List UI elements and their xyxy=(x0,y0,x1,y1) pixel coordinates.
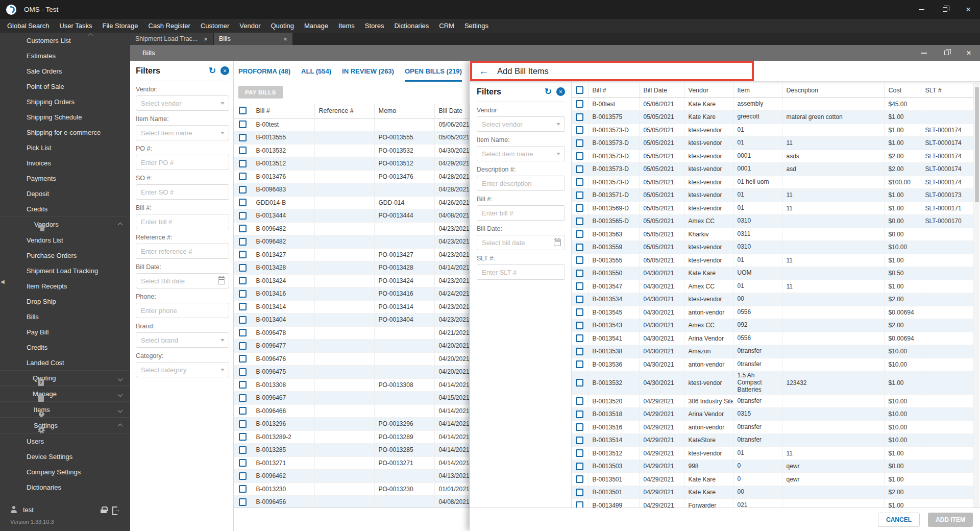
bill-number-link[interactable]: B-0013538 xyxy=(588,345,639,358)
bill-number-link[interactable]: B-0013550 xyxy=(588,267,639,280)
row-checkbox[interactable] xyxy=(576,230,583,238)
bill-number-link[interactable]: B-0013565-D xyxy=(588,215,639,228)
row-checkbox[interactable] xyxy=(576,191,583,199)
sidebar-item[interactable]: Landed Cost xyxy=(0,355,130,370)
bill-number-link[interactable]: B-0013573-D xyxy=(588,163,639,176)
menu-item[interactable]: Settings xyxy=(459,19,494,33)
bill-number-link[interactable]: B-0013563 xyxy=(588,228,639,241)
slt-number-link[interactable] xyxy=(921,241,974,254)
sidebar-collapse-icon[interactable]: ◀ xyxy=(1,279,5,284)
sidebar-item[interactable]: Pay Bill xyxy=(0,324,130,340)
slt-number-link[interactable] xyxy=(921,345,974,358)
bill-number-link[interactable]: B-0013559 xyxy=(588,241,639,254)
row-checkbox[interactable] xyxy=(239,381,247,389)
sidebar-item[interactable]: Quoting xyxy=(0,370,130,386)
sidebar-item[interactable]: Dictionaries xyxy=(0,479,130,495)
row-checkbox[interactable] xyxy=(576,218,583,225)
menu-item[interactable]: Vendor xyxy=(234,19,265,33)
row-checkbox[interactable] xyxy=(239,225,247,232)
menu-item[interactable]: User Tasks xyxy=(54,19,97,33)
filter-input[interactable] xyxy=(136,214,229,229)
slt-number-link[interactable] xyxy=(921,395,974,408)
menu-item[interactable]: Stores xyxy=(360,19,389,33)
filter-input[interactable] xyxy=(477,146,565,161)
bill-number-link[interactable]: B-0013541 xyxy=(588,332,639,345)
slt-number-link[interactable] xyxy=(921,98,974,111)
row-checkbox[interactable] xyxy=(239,173,247,180)
slt-number-link[interactable]: SLT-0000171 xyxy=(921,202,974,215)
sidebar-item[interactable]: Vendors List xyxy=(0,232,130,248)
sidebar-item[interactable]: Customers List xyxy=(0,33,130,48)
tab-close-icon[interactable]: × xyxy=(283,35,287,43)
back-arrow-icon[interactable]: ← xyxy=(479,66,489,76)
vertical-scrollbar[interactable] xyxy=(974,83,979,508)
slt-number-link[interactable] xyxy=(921,460,974,473)
row-checkbox[interactable] xyxy=(576,308,583,316)
row-checkbox[interactable] xyxy=(239,251,247,258)
row-checkbox[interactable] xyxy=(239,277,247,284)
document-tab[interactable]: Shipment Load Trac... × xyxy=(130,33,213,45)
menu-item[interactable]: CRM xyxy=(434,19,459,33)
filter-input[interactable] xyxy=(136,95,229,111)
bill-number-link[interactable]: B-0013516 xyxy=(588,421,639,434)
row-checkbox[interactable] xyxy=(576,360,583,368)
clear-filters-icon[interactable]: × xyxy=(220,66,229,75)
sidebar-item[interactable]: Drop Ship xyxy=(0,294,130,309)
row-checkbox[interactable] xyxy=(576,256,583,264)
row-checkbox[interactable] xyxy=(239,316,247,324)
slt-number-link[interactable] xyxy=(921,486,974,499)
sidebar-item[interactable]: Pick List xyxy=(0,140,130,155)
row-checkbox[interactable] xyxy=(576,152,583,160)
filter-input[interactable] xyxy=(136,273,229,288)
sidebar-item[interactable]: Settings xyxy=(0,418,130,433)
slt-number-link[interactable] xyxy=(921,421,974,434)
sidebar-item[interactable]: Sale Orders xyxy=(0,63,130,79)
slt-number-link[interactable] xyxy=(921,293,974,306)
slt-number-link[interactable] xyxy=(921,111,974,124)
row-checkbox[interactable] xyxy=(576,501,583,508)
row-checkbox[interactable] xyxy=(576,379,583,387)
sidebar-item[interactable]: Items xyxy=(0,402,130,418)
row-checkbox[interactable] xyxy=(239,238,247,246)
pay-bills-button[interactable]: PAY BILLS xyxy=(238,86,283,99)
filter-input[interactable] xyxy=(477,235,565,250)
bill-number-link[interactable]: B-0013573-D xyxy=(588,124,639,137)
row-checkbox[interactable] xyxy=(576,449,583,457)
filter-input[interactable] xyxy=(136,332,229,348)
slt-number-link[interactable]: SLT-0000174 xyxy=(921,124,974,137)
sidebar-item[interactable]: Users xyxy=(0,433,130,449)
row-checkbox[interactable] xyxy=(239,446,247,454)
row-checkbox[interactable] xyxy=(576,113,583,121)
select-all-checkbox[interactable] xyxy=(239,107,247,114)
sidebar-item[interactable]: Payments xyxy=(0,171,130,186)
minimize-button[interactable] xyxy=(910,0,933,19)
bill-number-link[interactable]: B-0013512 xyxy=(588,447,639,460)
bill-number-link[interactable]: B-0013575 xyxy=(588,111,639,124)
window-restore-button[interactable] xyxy=(935,45,958,61)
refresh-icon[interactable]: ↻ xyxy=(209,66,216,75)
row-checkbox[interactable] xyxy=(576,178,583,186)
menu-item[interactable]: Customer xyxy=(195,19,234,33)
filter-input[interactable] xyxy=(136,244,229,259)
slt-number-link[interactable] xyxy=(921,280,974,293)
scrollbar-thumb[interactable] xyxy=(975,87,979,202)
row-checkbox[interactable] xyxy=(576,139,583,147)
tab-close-icon[interactable]: × xyxy=(204,35,208,43)
close-button[interactable]: × xyxy=(957,0,980,19)
row-checkbox[interactable] xyxy=(239,433,247,441)
row-checkbox[interactable] xyxy=(576,489,583,496)
bill-number-link[interactable]: B-0013514 xyxy=(588,433,639,447)
bill-number-link[interactable]: B-0013532 xyxy=(588,371,639,395)
slt-number-link[interactable]: SLT-0000174 xyxy=(921,176,974,189)
status-tab[interactable]: ALL (554) xyxy=(301,61,331,82)
bill-number-link[interactable]: B-0013501 xyxy=(588,473,639,486)
bill-number-link[interactable]: B-0013501 xyxy=(588,486,639,499)
logout-icon[interactable] xyxy=(112,506,120,513)
row-checkbox[interactable] xyxy=(239,485,247,493)
bill-number-link[interactable]: B-0013520 xyxy=(588,395,639,408)
slt-number-link[interactable] xyxy=(921,254,974,267)
slt-number-link[interactable] xyxy=(921,433,974,447)
row-checkbox[interactable] xyxy=(576,463,583,470)
row-checkbox[interactable] xyxy=(576,437,583,444)
slt-number-link[interactable]: SLT-0000174 xyxy=(921,150,974,163)
